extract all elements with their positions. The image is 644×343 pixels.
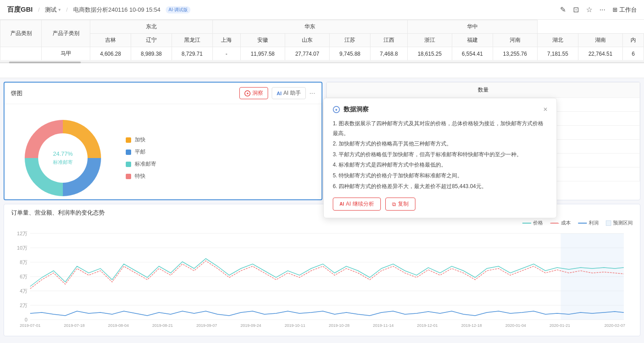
svg-text:2019-10-11: 2019-10-11 [285, 323, 305, 327]
insight-button[interactable]: ✦ 洞察 [239, 87, 268, 99]
svg-text:2019-10-28: 2019-10-28 [329, 323, 349, 327]
svg-text:2019-12-01: 2019-12-01 [417, 323, 438, 327]
cell-hunan: 22,764.51 [578, 47, 622, 61]
svg-text:✦: ✦ [335, 108, 338, 112]
sep2: / [66, 6, 68, 13]
pie-chart-title: 饼图 [11, 89, 236, 97]
legend-profit-line [578, 223, 587, 224]
copy-label: 复制 [398, 200, 409, 208]
svg-text:10万: 10万 [17, 245, 27, 251]
col-product-sub: 产品子类别 [42, 20, 90, 47]
more-icon[interactable]: ··· [600, 6, 605, 14]
insight-item-4: 4. 标准邮寄方式是四种邮寄方式中价格最低的。 [333, 160, 547, 170]
insight-item-3: 3. 平邮方式的价格略低于加快邮寄，但高于标准邮寄和特快邮寄中的至少一种。 [333, 150, 547, 160]
forecast-label: 预测区间 [606, 220, 633, 226]
svg-text:2019-11-14: 2019-11-14 [373, 323, 393, 327]
col-anhui: 安徽 [240, 34, 285, 47]
data-table-area: 产品类别 产品子类别 东北 华东 华中 吉林 辽宁 黑龙江 上海 安徽 山东 江… [0, 20, 644, 78]
continue-analysis-label: AI 继续分析 [346, 200, 374, 208]
pie-area: 24.77% 标准邮寄 加快 平邮 [4, 104, 322, 200]
sep1: / [38, 6, 40, 13]
svg-text:2万: 2万 [20, 303, 27, 308]
region-huazhong: 华中 [407, 20, 537, 34]
copy-icon: ⧉ [392, 201, 396, 207]
svg-text:2020-02-07: 2020-02-07 [604, 323, 625, 327]
cell-heilongjiang: 8,729.71 [172, 47, 212, 61]
region-dongbei: 东北 [90, 20, 213, 34]
insight-item-6: 6. 四种邮寄方式的价格差异不大，最大差价不超过85,443.04元。 [333, 182, 547, 192]
legend-label-jiakuai: 加快 [135, 136, 146, 144]
line-chart-legend: 价格 成本 利润 预测区间 [11, 220, 633, 226]
page-tag: AI·调试版 [166, 6, 190, 13]
insight-item-2: 2. 加快邮寄方式的价格略高于其他三种邮寄方式。 [333, 139, 547, 149]
col-shanghai: 上海 [212, 34, 240, 47]
cell-product-sub: 马甲 [42, 47, 90, 61]
cell-anhui: 11,957.58 [240, 47, 285, 61]
svg-point-2 [38, 133, 88, 183]
svg-text:6万: 6万 [20, 274, 27, 279]
svg-text:0: 0 [25, 317, 27, 322]
more-options-icon[interactable]: ··· [309, 89, 315, 97]
content-area: 产品类别 产品子类别 东北 华东 华中 吉林 辽宁 黑龙江 上海 安徽 山东 江… [0, 20, 644, 343]
cell-shandong: 27,774.07 [285, 47, 329, 61]
svg-rect-21 [561, 233, 624, 320]
legend-dot-biaozhun [126, 162, 131, 167]
svg-text:2019-09-24: 2019-09-24 [240, 323, 261, 327]
col-heilongjiang: 黑龙江 [172, 34, 212, 47]
col-zhejiang: 浙江 [407, 34, 452, 47]
legend-dot-jiakuai [126, 137, 131, 143]
cell-liaoning: 8,989.38 [131, 47, 172, 61]
monitor-icon[interactable]: ⊡ [573, 5, 579, 14]
cell-zhejiang: 18,615.25 [407, 47, 452, 61]
legend-label-tekuai: 特快 [135, 172, 146, 180]
brand-logo: 百度GBI [7, 5, 33, 14]
svg-text:标准邮寄: 标准邮寄 [53, 159, 73, 165]
cell-henan: 13,255.76 [493, 47, 537, 61]
col-quantity: 数量 [327, 83, 640, 98]
workspace-button[interactable]: ⊞ 工作台 [613, 6, 637, 14]
insight-close-button[interactable]: × [543, 106, 547, 114]
insight-btn-label: 洞察 [252, 89, 263, 97]
pie-chart-panel: 饼图 ✦ 洞察 AI AI 助手 ··· [4, 82, 322, 200]
insight-item-1: 1. 图表数据展示了四种邮寄方式及其对应的价格，总体价格较为接近，加快邮寄方式价… [333, 119, 547, 138]
legend-dot-tekuai [126, 174, 131, 179]
cell-product-type [0, 47, 42, 61]
copy-button[interactable]: ⧉ 复制 [385, 198, 415, 211]
chevron-icon[interactable]: ▾ [58, 7, 61, 12]
insight-item-5: 5. 特快邮寄方式的价格介于加快邮寄和标准邮寄之间。 [333, 171, 547, 181]
legend-cost-label: 成本 [561, 220, 571, 226]
ai-assistant-button[interactable]: AI AI 助手 [272, 87, 306, 99]
svg-text:2019-08-04: 2019-08-04 [108, 323, 129, 327]
edit-icon[interactable]: ✎ [560, 5, 566, 14]
cell-other: 6 [623, 47, 644, 61]
svg-text:2019-07-18: 2019-07-18 [64, 323, 84, 327]
legend-profit: 利润 [578, 220, 599, 226]
insight-panel: ✦ 数据洞察 × 1. 图表数据展示了四种邮寄方式及其对应的价格，总体价格较为接… [323, 98, 557, 218]
star-icon[interactable]: ☆ [586, 5, 592, 14]
cell-hubei: 7,181.55 [537, 47, 578, 61]
svg-text:24.77%: 24.77% [53, 150, 73, 157]
svg-text:8万: 8万 [20, 259, 27, 265]
col-hubei: 湖北 [537, 34, 578, 47]
legend-price: 价格 [522, 220, 543, 226]
svg-text:2020-01-21: 2020-01-21 [549, 323, 570, 327]
forecast-text: 预测区间 [613, 220, 633, 226]
col-hunan: 湖南 [578, 34, 622, 47]
insight-icon: ✦ [244, 90, 251, 97]
workspace-name[interactable]: 测试 [45, 6, 57, 14]
svg-text:12万: 12万 [17, 231, 27, 236]
continue-analysis-button[interactable]: AI AI 继续分析 [333, 198, 381, 211]
legend-profit-label: 利润 [589, 220, 599, 226]
col-shandong: 山东 [285, 34, 329, 47]
legend-cost: 成本 [550, 220, 571, 226]
cell-shanghai: - [212, 47, 240, 61]
legend-price-label: 价格 [533, 220, 543, 226]
workspace-label: 工作台 [619, 6, 637, 14]
topbar-actions: ✎ ⊡ ☆ ··· ⊞ 工作台 [560, 5, 637, 14]
cell-jiangsu: 9,745.88 [330, 47, 371, 61]
svg-text:2020-01-04: 2020-01-04 [505, 323, 526, 327]
legend-label-biaozhun: 标准邮寄 [135, 160, 156, 168]
main-table: 产品类别 产品子类别 东北 华东 华中 吉林 辽宁 黑龙江 上海 安徽 山东 江… [0, 20, 644, 61]
pie-svg: 24.77% 标准邮寄 [13, 109, 112, 200]
svg-text:2019-07-01: 2019-07-01 [20, 323, 40, 327]
